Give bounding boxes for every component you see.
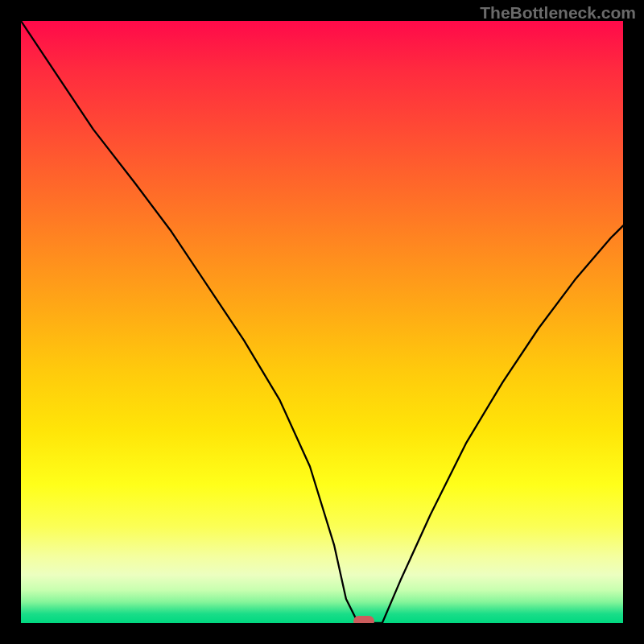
watermark-text: TheBottleneck.com: [480, 3, 636, 23]
plot-area: [21, 21, 623, 623]
bottleneck-curve: [21, 21, 623, 623]
optimal-point-marker: [353, 616, 374, 623]
bottleneck-chart: TheBottleneck.com: [0, 0, 644, 644]
